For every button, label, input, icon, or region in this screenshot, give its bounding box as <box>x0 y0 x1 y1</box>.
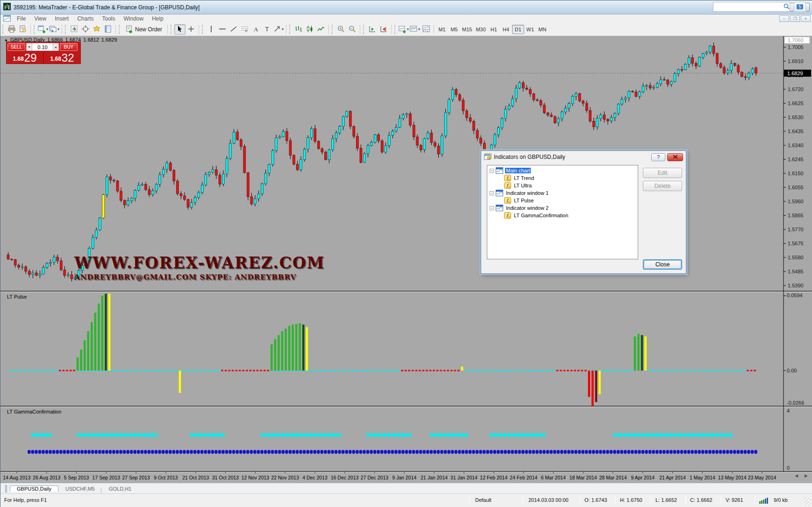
search-icon[interactable] <box>784 3 791 11</box>
svg-text:1.5770: 1.5770 <box>788 227 804 232</box>
notifications-button[interactable]: 5 <box>794 2 806 12</box>
indicator-tree[interactable]: −Main chartfLT TrendfLT Ultra−Indicator … <box>487 165 638 259</box>
fibonacci-button[interactable]: F <box>239 24 250 35</box>
resize-grip[interactable] <box>804 498 812 505</box>
tick-chart-icon <box>71 25 78 33</box>
tree-collapse-icon[interactable]: − <box>490 206 494 210</box>
tree-item-indicator-window-2[interactable]: −Indicator window 2 <box>488 204 637 212</box>
menu-help[interactable]: Help <box>148 15 168 22</box>
tree-item-lt-trend[interactable]: fLT Trend <box>488 174 637 182</box>
trendline-button[interactable] <box>228 24 239 35</box>
tree-item-label[interactable]: LT GammaConfirmation <box>513 213 569 218</box>
dialog-help-button[interactable]: ? <box>651 153 665 161</box>
indicator-windows-button[interactable] <box>420 24 432 35</box>
sell-button[interactable]: SELL <box>7 43 25 51</box>
tick-chart-button[interactable] <box>69 24 80 35</box>
tree-item-label[interactable]: Indicator window 2 <box>505 205 549 211</box>
tab-gbpusd-daily[interactable]: GBPUSD,Daily <box>10 486 58 492</box>
tree-item-label[interactable]: Main chart <box>505 168 531 173</box>
profiles-button[interactable]: ▾ <box>49 24 60 35</box>
add-indicator-button[interactable]: ▾ <box>398 24 409 35</box>
buy-button[interactable]: BUY <box>60 43 78 51</box>
scroll-left-button[interactable]: ◀ <box>795 473 798 478</box>
text-button[interactable]: A <box>250 24 262 35</box>
tab-gold-h1[interactable]: GOLD,H1 <box>102 486 138 492</box>
sell-price[interactable]: 1.6829 <box>7 52 43 64</box>
timeframe-h4-button[interactable]: H4 <box>500 25 512 34</box>
new-order-button[interactable]: New Order <box>122 24 165 35</box>
horizontal-line-button[interactable] <box>217 24 228 35</box>
tab-usdchf-m5[interactable]: USDCHF,M5 <box>58 486 102 492</box>
timeframe-m5-button[interactable]: M5 <box>448 25 460 34</box>
svg-text:13 May 2014: 13 May 2014 <box>718 475 747 480</box>
svg-text:1.5580: 1.5580 <box>788 255 804 260</box>
dialog-close-x-button[interactable] <box>667 153 683 161</box>
tree-collapse-icon[interactable]: − <box>490 191 494 195</box>
search-input[interactable] <box>713 3 784 11</box>
menu-window[interactable]: Window <box>120 15 148 22</box>
tabs-splitter[interactable] <box>5 485 7 493</box>
buy-price[interactable]: 1.6832 <box>44 52 80 64</box>
tree-collapse-icon[interactable]: − <box>490 169 494 173</box>
dialog-title: Indicators on GBPUSD,Daily <box>494 154 651 160</box>
new-chart-button[interactable]: ▾ <box>37 24 49 35</box>
mdi-close-button[interactable]: × <box>801 15 811 22</box>
volume-decrease-button[interactable]: ▼ <box>26 43 32 51</box>
zoom-in-button[interactable] <box>335 24 347 35</box>
scroll-right-button[interactable]: ▶ <box>805 473 808 478</box>
line-chart-button[interactable] <box>315 24 327 35</box>
mdi-minimize-button[interactable]: – <box>779 15 789 22</box>
cursor-button[interactable] <box>174 24 185 35</box>
tree-item-lt-gammaconfirmation[interactable]: fLT GammaConfirmation <box>488 212 637 219</box>
printer-button[interactable] <box>6 24 17 35</box>
tree-item-label[interactable]: Indicator window 1 <box>505 190 549 196</box>
timeframe-m1-button[interactable]: M1 <box>436 25 448 34</box>
chart-window-icon <box>496 190 503 196</box>
tree-item-label[interactable]: LT Ultra <box>513 183 533 188</box>
timeframe-mn-button[interactable]: MN <box>536 25 548 34</box>
crosshair-button[interactable] <box>185 24 197 35</box>
dialog-icon <box>484 153 491 161</box>
timeframe-d1-button[interactable]: D1 <box>512 25 524 34</box>
crosshair-target-button[interactable] <box>80 24 91 35</box>
close-dialog-button[interactable]: Close <box>643 259 682 270</box>
tree-item-indicator-window-1[interactable]: −Indicator window 1 <box>488 189 637 197</box>
menu-tools[interactable]: Tools <box>98 15 120 22</box>
menu-view[interactable]: View <box>30 15 50 22</box>
vertical-line-button[interactable] <box>206 24 217 35</box>
bar-chart-button[interactable] <box>293 24 304 35</box>
tree-item-lt-ultra[interactable]: fLT Ultra <box>488 182 637 189</box>
cursor-icon <box>176 25 184 33</box>
tree-item-lt-pulse[interactable]: fLT Pulse <box>488 197 637 204</box>
text-label-button[interactable]: T <box>262 24 273 35</box>
indicator-windows-icon <box>422 25 430 33</box>
delete-button[interactable]: Delete <box>643 181 682 191</box>
dialog-titlebar[interactable]: Indicators on GBPUSD,Daily ? <box>481 151 686 163</box>
templates-button[interactable]: ▾ <box>409 24 420 35</box>
shapes-button[interactable]: ▾ <box>273 24 284 35</box>
tree-item-label[interactable]: LT Trend <box>513 175 535 181</box>
print-preview-button[interactable] <box>17 24 28 35</box>
timeframe-w1-button[interactable]: W1 <box>524 25 536 34</box>
favorites-button[interactable] <box>91 24 102 35</box>
volume-input[interactable] <box>32 43 53 51</box>
mdi-restore-button[interactable]: ❐ <box>790 15 800 22</box>
candlestick-chart-button[interactable] <box>304 24 315 35</box>
data-window-button[interactable] <box>102 24 114 35</box>
chart-shift-button[interactable] <box>378 24 389 35</box>
auto-scroll-button[interactable] <box>367 24 378 35</box>
menu-file[interactable]: File <box>13 15 30 22</box>
timeframe-m30-button[interactable]: M30 <box>474 25 487 34</box>
menu-charts[interactable]: Charts <box>73 15 98 22</box>
zoom-out-button[interactable] <box>347 24 358 35</box>
timeframe-m15-button[interactable]: M15 <box>460 25 474 34</box>
svg-text:1.7005: 1.7005 <box>788 44 804 50</box>
tree-item-label[interactable]: LT Pulse <box>513 198 534 203</box>
tree-item-main-chart[interactable]: −Main chart <box>488 167 637 174</box>
volume-increase-button[interactable]: ▲ <box>53 43 59 51</box>
status-profile[interactable]: Default <box>475 497 491 503</box>
svg-text:31 Oct 2013: 31 Oct 2013 <box>212 475 239 480</box>
menu-insert[interactable]: Insert <box>50 15 73 22</box>
edit-button[interactable]: Edit <box>643 168 682 178</box>
timeframe-h1-button[interactable]: H1 <box>488 25 500 34</box>
